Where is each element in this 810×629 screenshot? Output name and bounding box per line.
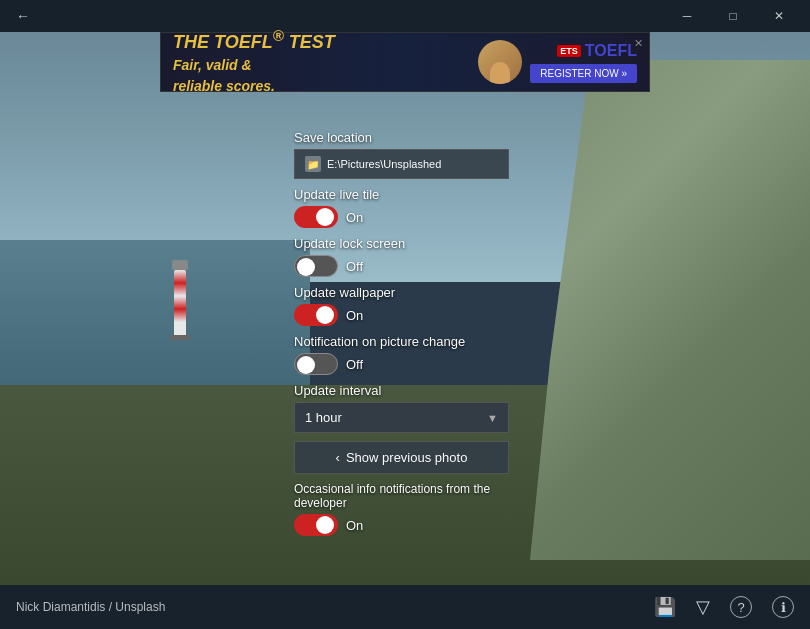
occasional-notif-group: Occasional info notifications from the d… <box>294 482 514 536</box>
filter-icon[interactable]: ▽ <box>696 596 710 618</box>
help-icon[interactable]: ? <box>730 596 752 618</box>
notification-state: Off <box>346 357 363 372</box>
update-interval-group: Update interval 1 hour ▼ <box>294 383 514 433</box>
ets-badge: ETS <box>557 45 581 57</box>
occasional-notif-row: On <box>294 514 514 536</box>
bottom-icons: 💾 ▽ ? ℹ <box>654 596 794 618</box>
show-previous-photo-button[interactable]: ‹ Show previous photo <box>294 441 509 474</box>
update-live-tile-toggle[interactable] <box>294 206 338 228</box>
lighthouse-body <box>174 270 186 335</box>
save-location-input[interactable]: 📁 E:\Pictures\Unsplashed <box>294 149 509 179</box>
ad-toefl: THE TOEFL <box>173 32 273 52</box>
folder-icon: 📁 <box>305 156 321 172</box>
toggle-thumb <box>297 258 315 276</box>
titlebar: ← ─ □ ✕ <box>0 0 810 32</box>
minimize-button[interactable]: ─ <box>664 0 710 32</box>
toggle-thumb <box>316 208 334 226</box>
update-wallpaper-state: On <box>346 308 363 323</box>
update-wallpaper-row: On <box>294 304 514 326</box>
ad-banner: THE TOEFL® TEST Fair, valid &reliable sc… <box>160 32 650 92</box>
update-lock-screen-row: Off <box>294 255 514 277</box>
update-lock-screen-state: Off <box>346 259 363 274</box>
toefl-logo-top: ETS TOEFL <box>557 42 637 60</box>
occasional-notif-state: On <box>346 518 363 533</box>
lighthouse-base <box>170 335 190 340</box>
toggle-thumb <box>316 306 334 324</box>
maximize-button[interactable]: □ <box>710 0 756 32</box>
update-wallpaper-label: Update wallpaper <box>294 285 514 300</box>
back-button[interactable]: ← <box>8 4 38 28</box>
save-location-group: Save location 📁 E:\Pictures\Unsplashed <box>294 130 514 179</box>
lighthouse <box>170 260 190 340</box>
prev-photo-group: ‹ Show previous photo <box>294 441 514 474</box>
save-location-label: Save location <box>294 130 514 145</box>
notification-row: Off <box>294 353 514 375</box>
notification-toggle[interactable] <box>294 353 338 375</box>
update-wallpaper-group: Update wallpaper On <box>294 285 514 326</box>
update-lock-screen-group: Update lock screen Off <box>294 236 514 277</box>
ad-line1: THE TOEFL® TEST <box>173 32 335 52</box>
toefl-logo: ETS TOEFL REGISTER NOW » <box>530 42 637 83</box>
notification-label: Notification on picture change <box>294 334 514 349</box>
update-live-tile-group: Update live tile On <box>294 187 514 228</box>
update-lock-screen-label: Update lock screen <box>294 236 514 251</box>
bottom-bar: Nick Diamantidis / Unsplash 💾 ▽ ? ℹ <box>0 585 810 629</box>
occasional-notif-toggle[interactable] <box>294 514 338 536</box>
notification-group: Notification on picture change Off <box>294 334 514 375</box>
toggle-thumb <box>316 516 334 534</box>
save-icon[interactable]: 💾 <box>654 596 676 618</box>
save-location-value: E:\Pictures\Unsplashed <box>327 158 441 170</box>
photo-credit: Nick Diamantidis / Unsplash <box>16 600 165 614</box>
update-interval-value: 1 hour <box>305 410 342 425</box>
ad-right: ETS TOEFL REGISTER NOW » <box>478 40 637 84</box>
update-live-tile-state: On <box>346 210 363 225</box>
chevron-down-icon: ▼ <box>487 412 498 424</box>
ad-close-button[interactable]: ✕ <box>630 35 647 52</box>
toggle-thumb <box>297 356 315 374</box>
ad-person-image <box>478 40 522 84</box>
window-controls: ─ □ ✕ <box>664 0 802 32</box>
prev-photo-label: Show previous photo <box>346 450 467 465</box>
update-interval-label: Update interval <box>294 383 514 398</box>
ad-person-head <box>490 62 510 84</box>
occasional-notif-label: Occasional info notifications from the d… <box>294 482 514 510</box>
settings-panel: Save location 📁 E:\Pictures\Unsplashed U… <box>294 130 514 544</box>
update-live-tile-row: On <box>294 206 514 228</box>
register-now-button[interactable]: REGISTER NOW » <box>530 64 637 83</box>
update-live-tile-label: Update live tile <box>294 187 514 202</box>
ad-tagline: Fair, valid &reliable scores. <box>173 57 275 95</box>
lighthouse-top <box>172 260 188 270</box>
update-lock-screen-toggle[interactable] <box>294 255 338 277</box>
update-interval-dropdown[interactable]: 1 hour ▼ <box>294 402 509 433</box>
close-button[interactable]: ✕ <box>756 0 802 32</box>
chevron-left-icon: ‹ <box>336 450 340 465</box>
ad-text: THE TOEFL® TEST Fair, valid &reliable sc… <box>173 27 335 97</box>
update-wallpaper-toggle[interactable] <box>294 304 338 326</box>
info-icon[interactable]: ℹ <box>772 596 794 618</box>
